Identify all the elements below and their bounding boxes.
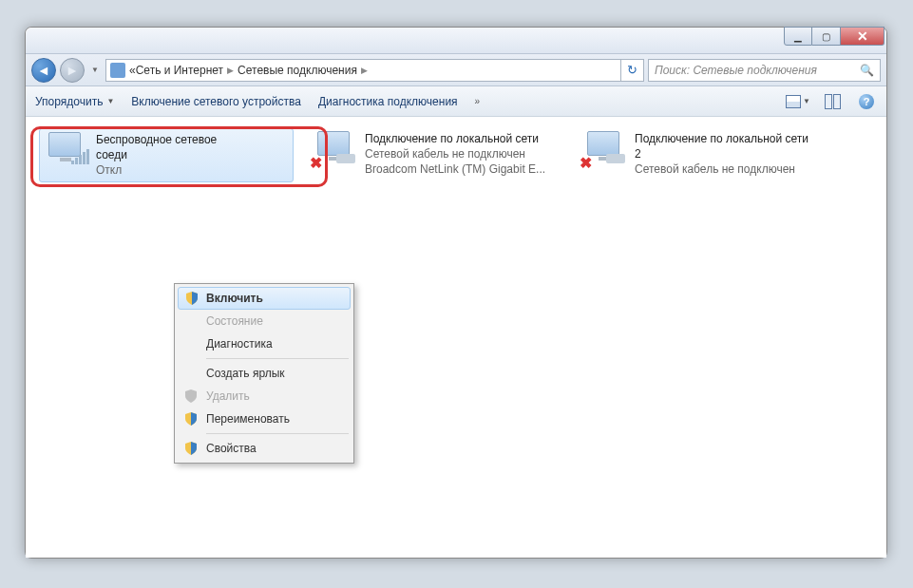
cm-rename-label: Переименовать: [206, 412, 290, 426]
window-controls: ▁ ▢ ✕: [784, 27, 884, 46]
context-menu-rename[interactable]: Переименовать: [178, 408, 351, 430]
search-icon: 🔍: [860, 64, 874, 77]
item-info: Подключение по локальной сети 2 Сетевой …: [635, 131, 808, 178]
cm-status-label: Состояние: [206, 314, 263, 328]
disconnected-x-icon: ✖: [580, 154, 592, 172]
item-line2: Сетевой кабель не подключен: [365, 146, 545, 161]
context-menu-properties[interactable]: Свойства: [178, 437, 351, 460]
nav-bar: ◄ ► ▼ « Сеть и Интернет ▶ Сетевые подклю…: [26, 54, 886, 86]
item-line3: Broadcom NetLink (TM) Gigabit E...: [365, 161, 545, 177]
cm-diag-label: Диагностика: [206, 337, 273, 351]
command-bar: Упорядочить ▼ Включение сетевого устройс…: [26, 86, 886, 117]
menu-separator: [206, 358, 349, 359]
context-menu-diagnostics[interactable]: Диагностика: [178, 332, 351, 355]
forward-button[interactable]: ►: [60, 58, 85, 83]
context-menu: Включить Состояние Диагностика Создать я…: [174, 283, 354, 464]
organize-button[interactable]: Упорядочить ▼: [35, 95, 114, 108]
refresh-button[interactable]: ↻: [620, 59, 643, 82]
breadcrumb-level1[interactable]: Сеть и Интернет: [136, 64, 223, 77]
search-placeholder: Поиск: Сетевые подключения: [655, 64, 817, 77]
item-title: Подключение по локальной сети: [365, 131, 545, 146]
breadcrumb-sep-icon: ▶: [227, 66, 234, 75]
item-title: Подключение по локальной сети: [635, 131, 808, 146]
item-info: Подключение по локальной сети Сетевой ка…: [365, 131, 545, 178]
item-title: Беспроводное сетевое: [96, 132, 217, 147]
organize-label: Упорядочить: [35, 95, 103, 108]
search-input[interactable]: Поиск: Сетевые подключения 🔍: [648, 59, 881, 82]
network-item-wireless[interactable]: Беспроводное сетевое соеди Откл: [39, 128, 294, 182]
item-line2: соеди: [96, 147, 217, 162]
breadcrumb-prefix: «: [129, 64, 136, 77]
context-menu-status: Состояние: [178, 310, 351, 332]
wireless-icon: [45, 132, 88, 168]
ethernet-icon: ✖: [314, 131, 357, 167]
shield-icon: [183, 389, 199, 404]
preview-pane-button[interactable]: [822, 92, 843, 111]
title-bar[interactable]: ▁ ▢ ✕: [26, 28, 886, 54]
toolbar-overflow-button[interactable]: »: [475, 96, 481, 106]
cm-shortcut-label: Создать ярлык: [206, 367, 285, 380]
explorer-window: ▁ ▢ ✕ ◄ ► ▼ « Сеть и Интернет ▶ Сетевые …: [25, 27, 887, 559]
context-menu-enable[interactable]: Включить: [178, 287, 351, 310]
menu-separator: [206, 433, 349, 434]
cm-enable-label: Включить: [206, 292, 263, 305]
shield-icon: [183, 411, 199, 427]
help-button[interactable]: ?: [856, 92, 877, 111]
diagnose-connection-button[interactable]: Диагностика подключения: [318, 95, 458, 108]
chevron-down-icon: ▼: [106, 97, 114, 105]
context-menu-create-shortcut[interactable]: Создать ярлык: [178, 362, 351, 385]
close-button[interactable]: ✕: [841, 27, 884, 46]
content-area[interactable]: Беспроводное сетевое соеди Откл ✖ Подклю…: [26, 117, 886, 558]
disconnected-x-icon: ✖: [310, 154, 322, 172]
network-item-lan1[interactable]: ✖ Подключение по локальной сети Сетевой …: [309, 128, 563, 180]
history-dropdown[interactable]: ▼: [88, 60, 102, 81]
minimize-button[interactable]: ▁: [784, 27, 812, 46]
item-line2: 2: [635, 146, 808, 161]
network-items-container: Беспроводное сетевое соеди Откл ✖ Подклю…: [39, 128, 873, 182]
location-icon: [110, 63, 125, 78]
address-bar[interactable]: « Сеть и Интернет ▶ Сетевые подключения …: [105, 59, 644, 82]
view-options-button[interactable]: ▼: [788, 92, 808, 111]
breadcrumb-sep-icon: ▶: [361, 66, 368, 75]
help-icon: ?: [859, 94, 874, 109]
cm-props-label: Свойства: [206, 442, 257, 455]
shield-icon: [184, 291, 200, 306]
breadcrumb-level2[interactable]: Сетевые подключения: [238, 64, 357, 77]
enable-device-label: Включение сетевого устройства: [131, 95, 301, 108]
diagnose-label: Диагностика подключения: [318, 95, 458, 108]
shield-icon: [183, 441, 199, 456]
item-line3: Откл: [96, 162, 217, 178]
toolbar-right: ▼ ?: [788, 92, 877, 111]
context-menu-delete: Удалить: [178, 385, 351, 408]
enable-device-button[interactable]: Включение сетевого устройства: [131, 95, 301, 108]
item-line3: Сетевой кабель не подключен: [635, 161, 808, 177]
item-info: Беспроводное сетевое соеди Откл: [96, 132, 217, 179]
ethernet-icon: ✖: [583, 131, 627, 167]
cm-delete-label: Удалить: [206, 389, 250, 403]
maximize-button[interactable]: ▢: [812, 27, 841, 46]
network-item-lan2[interactable]: ✖ Подключение по локальной сети 2 Сетево…: [579, 128, 833, 180]
back-button[interactable]: ◄: [31, 58, 56, 83]
